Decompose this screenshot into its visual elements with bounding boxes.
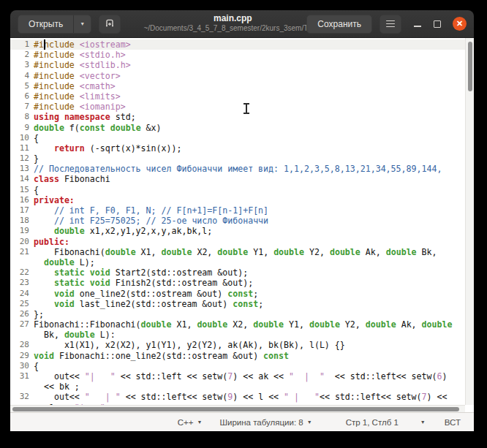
code-line-25[interactable]: 25 void last_line2(std::ostream &out) co…	[10, 299, 474, 309]
code-line-14[interactable]: 14class Fibonachi	[10, 174, 474, 184]
save-button-label: Сохранить	[317, 19, 361, 29]
text-editor-area[interactable]: 1#include <iostream>2#include <stdio.h>3…	[10, 38, 474, 412]
document-title: main.cpp	[143, 13, 322, 24]
code-line-10[interactable]: 10{	[10, 133, 474, 143]
save-button[interactable]: Сохранить	[306, 15, 372, 34]
new-tab-button[interactable]	[99, 15, 121, 34]
overwrite-mode-indicator[interactable]: ВСТ	[445, 418, 461, 427]
code-text: Fibonachi::Fibonachi(double X1, double X…	[34, 319, 474, 330]
code-line-31[interactable]: 31 out<< "| " << std::left << setw(7) <<…	[10, 371, 474, 381]
language-selector[interactable]: C++ ▼	[178, 418, 203, 427]
code-line-5[interactable]: 5#include <cmath>	[10, 81, 474, 91]
code-line-29[interactable]: 29void Fibonachi::one_line2(std::ostream…	[10, 351, 474, 361]
code-line-wrap[interactable]: double L);	[10, 257, 474, 267]
maximize-button[interactable]	[434, 20, 441, 28]
code-line-19[interactable]: 19 double x1,x2,y1,y2,x,y,ak,bk,l;	[10, 226, 474, 236]
code-line-16[interactable]: 16private:	[10, 195, 474, 205]
code-line-20[interactable]: 20public:	[10, 237, 474, 247]
line-number: 9	[10, 123, 34, 133]
code-line-28[interactable]: 28 x1(X1), x2(X2), y1(Y1), y2(Y2), ak(Ak…	[10, 340, 474, 350]
code-token	[59, 112, 64, 122]
menu-button[interactable]	[380, 15, 401, 34]
code-token: double	[44, 257, 75, 267]
code-token: using	[34, 112, 59, 122]
line-number: 25	[10, 299, 34, 309]
line-number: 32	[10, 392, 34, 402]
code-token: #include	[34, 81, 80, 91]
goto-dropdown[interactable]: ▼	[420, 419, 426, 425]
open-split-button: Открыть ▼	[18, 15, 91, 34]
code-line-12[interactable]: 12}	[10, 153, 474, 164]
line-number: 7	[10, 102, 34, 112]
open-dropdown-button[interactable]: ▼	[73, 15, 91, 33]
horizontal-scrollbar-thumb[interactable]	[12, 407, 459, 411]
cursor-position-indicator[interactable]: Стр 1, Стлб 1	[346, 418, 399, 427]
code-line-6[interactable]: 6#include <limits>	[10, 91, 474, 102]
code-line-15[interactable]: 15{	[10, 185, 474, 195]
code-line-26[interactable]: 26};	[10, 309, 474, 319]
code-line-7[interactable]: 7#include <iomanip>	[10, 102, 474, 112]
code-text: #include <cmath>	[34, 81, 474, 91]
code-text: #include <stdlib.h>	[34, 60, 474, 70]
code-token: const	[80, 123, 105, 133]
code-line-13[interactable]: 13// Последовательность чисел Фибоначчи …	[10, 164, 474, 174]
code-line-2[interactable]: 2#include <stdio.h>	[10, 50, 474, 60]
code-line-17[interactable]: 17 // int F, F0, F1, N; // F[n+1]=F[n-1]…	[10, 205, 474, 216]
code-line-3[interactable]: 3#include <stdlib.h>	[10, 60, 474, 70]
chevron-down-icon: ▼	[420, 419, 426, 425]
code-token: f(	[64, 123, 80, 133]
code-token: Fibonachi(	[34, 247, 105, 257]
code-line-30[interactable]: 30{	[10, 361, 474, 371]
chevron-down-icon: ▼	[197, 419, 203, 425]
code-token: x1(X1), x2(X2), y1(Y1), y2(Y2), ak(Ak), …	[34, 340, 345, 350]
code-text: out<< " | " << std::left<< setw(9) << l …	[34, 392, 474, 402]
code-line-27[interactable]: 27Fibonachi::Fibonachi(double X1, double…	[10, 319, 474, 330]
code-token: void	[90, 267, 110, 278]
open-button[interactable]: Открыть	[18, 15, 73, 33]
code-text: class Fibonachi	[34, 174, 474, 184]
code-text: double L);	[34, 257, 474, 267]
close-button[interactable]: ✕	[453, 17, 467, 31]
code-line-wrap[interactable]: Bk, double L):	[10, 330, 474, 340]
close-icon: ✕	[456, 20, 463, 28]
horizontal-scrollbar[interactable]	[10, 405, 465, 412]
open-button-label: Открыть	[29, 19, 63, 29]
code-token: Ak,	[396, 319, 422, 330]
code-token	[34, 143, 54, 153]
code-token: double	[54, 226, 85, 236]
code-line-wrap[interactable]: << bk ;	[10, 381, 474, 392]
code-text: #include <vector>	[34, 71, 474, 81]
code-line-23[interactable]: 23 static void Finish2(std::ostream &out…	[10, 278, 474, 288]
vertical-scrollbar-thumb[interactable]	[468, 42, 472, 91]
minimize-button[interactable]	[413, 20, 422, 29]
code-line-11[interactable]: 11 return (-sqrt(x)*sin(x));	[10, 143, 474, 153]
code-text: using namespace std;	[34, 112, 474, 122]
code-text: // int F25=75025; // 25-ое число Фибонач…	[34, 216, 474, 226]
code-line-18[interactable]: 18 // int F25=75025; // 25-ое число Фибо…	[10, 216, 474, 226]
code-token: void	[34, 351, 54, 361]
code-token: <vector>	[80, 71, 121, 81]
code-token: last_line2(std::ostream &out)	[75, 299, 233, 309]
tab-width-selector[interactable]: Ширина табуляции: 8 ▼	[219, 418, 312, 427]
code-token: double	[422, 319, 453, 330]
code-line-24[interactable]: 24 void one_line2(std::ostream &out) con…	[10, 289, 474, 299]
code-line-1[interactable]: 1#include <iostream>	[10, 39, 474, 50]
code-token: double	[105, 247, 136, 257]
line-number: 14	[10, 174, 34, 184]
code-line-4[interactable]: 4#include <vector>	[10, 71, 474, 81]
code-line-8[interactable]: 8using namespace std;	[10, 112, 474, 122]
code-text: private:	[34, 195, 474, 205]
code-line-21[interactable]: 21 Fibonachi(double X1, double X2, doubl…	[10, 247, 474, 257]
code-text: return (-sqrt(x)*sin(x));	[34, 143, 474, 153]
status-bar: C++ ▼ Ширина табуляции: 8 ▼ Стр 1, Стлб …	[10, 412, 474, 431]
code-token: Ak,	[360, 247, 386, 257]
code-token: std;	[110, 112, 136, 122]
code-token: const	[227, 289, 253, 299]
code-token: {	[34, 185, 39, 195]
code-token: #include	[34, 91, 80, 102]
code-line-9[interactable]: 9double f(const double &x)	[10, 123, 474, 133]
code-token: X2,	[227, 319, 253, 330]
vertical-scrollbar[interactable]	[465, 38, 474, 405]
code-line-22[interactable]: 22 static void Start2(std::ostream &out)…	[10, 267, 474, 278]
code-line-32[interactable]: 32 out<< " | " << std::left<< setw(9) <<…	[10, 392, 474, 402]
